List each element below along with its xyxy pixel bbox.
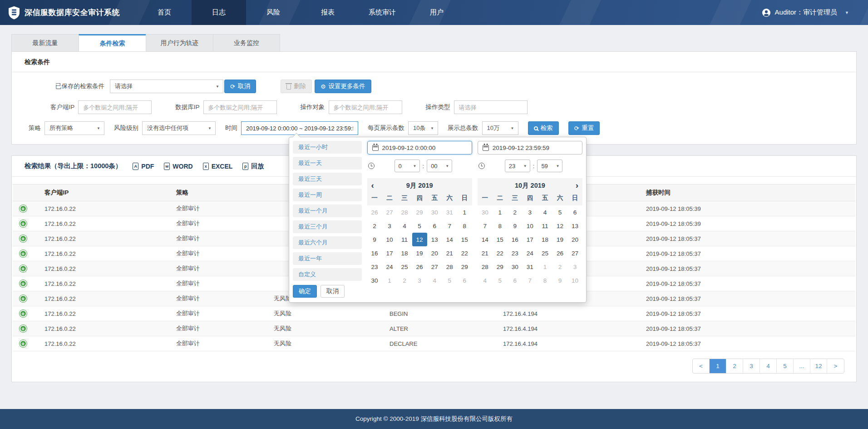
calendar-day[interactable]: 1: [538, 260, 552, 274]
expand-row-icon[interactable]: +: [20, 235, 27, 242]
calendar-day[interactable]: 5: [493, 274, 508, 287]
calendar-day[interactable]: 26: [552, 246, 567, 260]
prev-month-icon[interactable]: ‹: [371, 178, 374, 193]
calendar-day[interactable]: 10: [567, 274, 582, 287]
calendar-day[interactable]: 24: [523, 246, 538, 260]
calendar-day[interactable]: 2: [552, 260, 567, 274]
calendar-day[interactable]: 19: [552, 233, 567, 246]
start-hour-select[interactable]: 0 ▼: [395, 160, 420, 172]
user-menu[interactable]: Auditor：审计管理员 ▼: [762, 8, 868, 17]
calendar-day[interactable]: 2: [397, 274, 412, 287]
calendar-day[interactable]: 22: [493, 246, 508, 260]
calendar-day[interactable]: 17: [523, 233, 538, 246]
operation-object-input[interactable]: [329, 100, 402, 114]
export-pdf-button[interactable]: APDF: [133, 163, 154, 170]
risk-level-select[interactable]: 没有选中任何项 ▼: [142, 121, 216, 135]
calendar-day[interactable]: 3: [523, 205, 538, 219]
calendar-day[interactable]: 15: [457, 233, 472, 246]
calendar-day[interactable]: 5: [412, 219, 427, 233]
calendar-day[interactable]: 2: [367, 219, 382, 233]
calendar-day[interactable]: 24: [382, 260, 397, 274]
quick-range-item[interactable]: 最近一小时: [293, 141, 362, 154]
calendar-day[interactable]: 7: [523, 274, 538, 287]
expand-row-icon[interactable]: +: [20, 340, 27, 347]
calendar-day[interactable]: 18: [538, 233, 552, 246]
quick-range-item[interactable]: 最近三天: [293, 173, 362, 185]
calendar-day[interactable]: 6: [508, 274, 523, 287]
policy-select[interactable]: 所有策略 ▼: [44, 121, 104, 135]
calendar-day[interactable]: 9: [508, 219, 523, 233]
time-range-input[interactable]: [241, 121, 358, 135]
calendar-day[interactable]: 6: [457, 274, 472, 287]
calendar-day[interactable]: 27: [382, 205, 397, 219]
calendar-day[interactable]: 20: [427, 246, 442, 260]
database-ip-input[interactable]: [203, 100, 277, 114]
quick-range-item[interactable]: 最近六个月: [293, 236, 362, 249]
start-minute-select[interactable]: 00 ▼: [427, 160, 452, 172]
calendar-day[interactable]: 6: [567, 205, 582, 219]
calendar-day[interactable]: 11: [538, 219, 552, 233]
client-ip-input[interactable]: [78, 100, 152, 114]
expand-row-icon[interactable]: +: [20, 265, 27, 272]
calendar-day[interactable]: 3: [412, 274, 427, 287]
calendar-day[interactable]: 19: [412, 246, 427, 260]
calendar-day[interactable]: 20: [567, 233, 582, 246]
search-button[interactable]: 检索: [528, 121, 559, 135]
calendar-day[interactable]: 28: [478, 260, 493, 274]
calendar-day[interactable]: 21: [442, 246, 457, 260]
quick-range-item[interactable]: 最近三个月: [293, 220, 362, 233]
export-excel-button[interactable]: xEXCEL: [203, 163, 233, 170]
delete-button[interactable]: 删除: [281, 80, 312, 93]
quick-range-item[interactable]: 最近一个月: [293, 205, 362, 217]
calendar-day[interactable]: 7: [442, 219, 457, 233]
calendar-day[interactable]: 28: [442, 260, 457, 274]
calendar-day[interactable]: 21: [478, 246, 493, 260]
calendar-day[interactable]: 30: [367, 274, 382, 287]
calendar-day[interactable]: 12: [552, 219, 567, 233]
calendar-day[interactable]: 10: [523, 219, 538, 233]
calendar-day[interactable]: 1: [493, 205, 508, 219]
expand-row-icon[interactable]: +: [20, 325, 27, 332]
calendar-day[interactable]: 18: [397, 246, 412, 260]
page-4[interactable]: 4: [760, 359, 777, 373]
more-conditions-button[interactable]: ⚙ 设置更多条件: [315, 80, 371, 93]
quick-range-item[interactable]: 自定义: [293, 268, 362, 281]
calendar-day[interactable]: 31: [442, 205, 457, 219]
calendar-day[interactable]: 16: [367, 246, 382, 260]
calendar-day[interactable]: 1: [457, 205, 472, 219]
tab-1[interactable]: 条件检索: [79, 34, 146, 51]
calendar-day[interactable]: 17: [382, 246, 397, 260]
nav-item-3[interactable]: 报表: [301, 0, 355, 25]
calendar-day[interactable]: 11: [397, 233, 412, 246]
calendar-day[interactable]: 5: [442, 274, 457, 287]
calendar-day[interactable]: 8: [493, 219, 508, 233]
quick-range-item[interactable]: 最近一周: [293, 189, 362, 201]
calendar-day[interactable]: 22: [457, 246, 472, 260]
nav-item-1[interactable]: 日志: [192, 0, 246, 25]
saved-search-select[interactable]: 请选择 ▼: [110, 80, 223, 93]
calendar-day[interactable]: 23: [508, 246, 523, 260]
calendar-day[interactable]: 30: [508, 260, 523, 274]
tab-0[interactable]: 最新流量: [11, 34, 79, 51]
calendar-day[interactable]: 25: [538, 246, 552, 260]
end-minute-select[interactable]: 59 ▼: [537, 160, 562, 172]
calendar-day[interactable]: 9: [552, 274, 567, 287]
calendar-day[interactable]: 8: [538, 274, 552, 287]
nav-item-4[interactable]: 系统审计: [355, 0, 409, 25]
calendar-day[interactable]: 26: [412, 260, 427, 274]
nav-item-0[interactable]: 首页: [137, 0, 192, 25]
total-count-select[interactable]: 10万 ▼: [482, 121, 518, 135]
end-datetime-input[interactable]: 2019-09-12 23:59:59: [478, 141, 582, 155]
calendar-day[interactable]: 13: [427, 233, 442, 246]
calendar-day[interactable]: 29: [457, 260, 472, 274]
calendar-day[interactable]: 12: [412, 233, 427, 246]
calendar-day[interactable]: 16: [508, 233, 523, 246]
page-next[interactable]: >: [827, 359, 844, 373]
next-month-icon[interactable]: ›: [576, 178, 578, 193]
calendar-day[interactable]: 3: [382, 219, 397, 233]
calendar-day[interactable]: 4: [397, 219, 412, 233]
calendar-day[interactable]: 7: [478, 219, 493, 233]
operation-type-input[interactable]: [454, 100, 528, 114]
calendar-day[interactable]: 3: [567, 260, 582, 274]
nav-item-5[interactable]: 用户: [409, 0, 464, 25]
